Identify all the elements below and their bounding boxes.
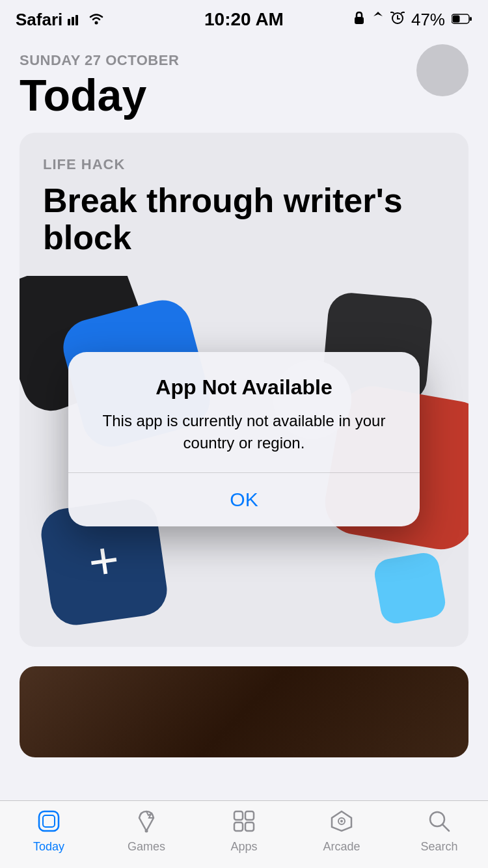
tab-bar: Today Games Apps: [0, 800, 488, 868]
tab-arcade-label: Arcade: [323, 840, 360, 854]
alert-title: App Not Available: [89, 375, 399, 400]
tab-games-label: Games: [128, 840, 165, 854]
svg-rect-11: [39, 811, 59, 831]
svg-rect-17: [245, 822, 254, 831]
tab-arcade[interactable]: Arcade: [303, 809, 381, 854]
alert-overlay: App Not Available This app is currently …: [0, 0, 488, 800]
svg-line-21: [442, 824, 449, 831]
svg-point-19: [340, 820, 343, 822]
svg-rect-16: [234, 822, 243, 831]
svg-rect-12: [43, 815, 55, 827]
today-icon: [36, 809, 61, 836]
tab-games[interactable]: Games: [107, 809, 185, 854]
alert-content: App Not Available This app is currently …: [68, 352, 420, 472]
tab-apps-label: Apps: [230, 840, 257, 854]
tab-today[interactable]: Today: [10, 809, 88, 854]
svg-point-13: [145, 830, 148, 833]
alert-ok-button[interactable]: OK: [68, 473, 420, 526]
tab-apps[interactable]: Apps: [205, 809, 283, 854]
search-icon: [427, 809, 452, 836]
tab-search[interactable]: Search: [400, 809, 478, 854]
svg-rect-14: [234, 811, 243, 820]
arcade-icon: [329, 809, 354, 836]
alert-button-area: OK: [68, 473, 420, 526]
games-icon: [134, 809, 159, 836]
alert-dialog: App Not Available This app is currently …: [68, 352, 420, 526]
apps-icon: [232, 809, 256, 836]
svg-rect-15: [245, 811, 254, 820]
alert-message: This app is currently not available in y…: [89, 410, 399, 454]
tab-today-label: Today: [33, 840, 64, 854]
tab-search-label: Search: [420, 840, 457, 854]
